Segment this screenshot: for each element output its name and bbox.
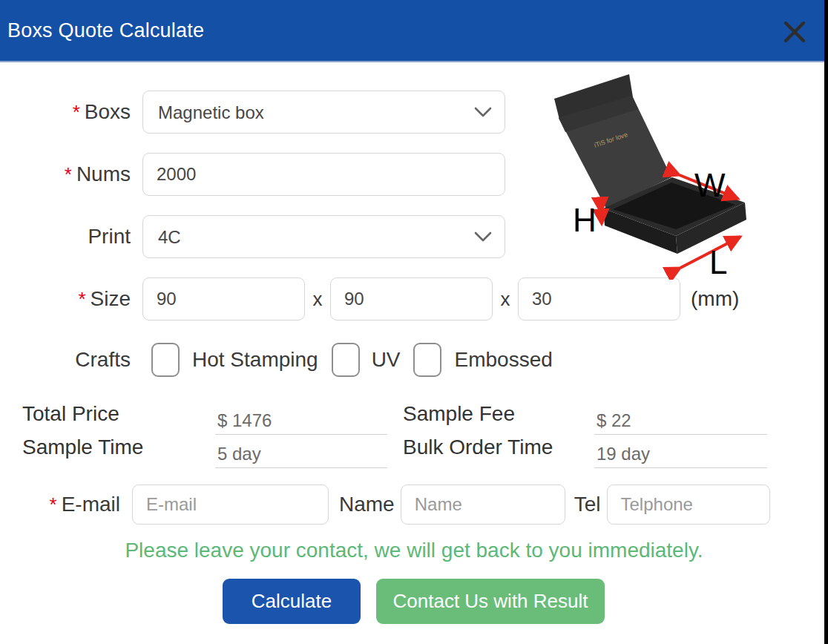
- length-letter: L: [709, 244, 727, 280]
- size-width-input[interactable]: [330, 277, 493, 321]
- hot-stamping-label: Hot Stamping: [192, 348, 318, 372]
- size-label: *Size: [12, 287, 131, 311]
- bulk-order-time-value: 19 day: [594, 440, 767, 468]
- size-label-text: Size: [91, 287, 131, 310]
- size-unit: (mm): [691, 287, 739, 311]
- dialog-title: Boxs Quote Calculate: [0, 19, 204, 42]
- email-label-text: E-mail: [62, 493, 120, 516]
- tel-label: Tel: [574, 493, 601, 516]
- print-label: Print: [12, 225, 131, 249]
- bulk-order-time-label: Bulk Order Time: [403, 436, 553, 459]
- embossed-checkbox[interactable]: [413, 343, 441, 377]
- size-height-input[interactable]: [518, 277, 680, 321]
- required-asterisk: *: [73, 101, 80, 123]
- dialog-header: Boxs Quote Calculate: [0, 0, 824, 62]
- name-input[interactable]: [401, 484, 565, 525]
- height-arrow: [601, 212, 602, 224]
- size-separator: x: [305, 288, 330, 311]
- nums-input[interactable]: [142, 153, 505, 196]
- size-length-input[interactable]: [142, 277, 305, 321]
- hot-stamping-checkbox[interactable]: [151, 343, 180, 377]
- total-price-value: $ 1476: [215, 407, 387, 435]
- row-print: Print 4C: [12, 215, 505, 258]
- product-image: iTiS for love W H L: [549, 72, 772, 280]
- uv-label: UV: [372, 348, 401, 372]
- contact-us-button[interactable]: Contact Us with Result: [376, 579, 605, 624]
- uv-checkbox[interactable]: [332, 343, 360, 377]
- height-letter: H: [573, 202, 597, 238]
- tel-input[interactable]: [607, 484, 770, 525]
- crafts-label: Crafts: [12, 348, 131, 372]
- nums-label-text: Nums: [76, 162, 131, 185]
- row-crafts: Crafts Hot Stamping UV Embossed: [12, 341, 553, 378]
- email-label: *E-mail: [0, 493, 120, 516]
- name-label: Name: [339, 493, 395, 516]
- row-contact: *E-mail Name Tel: [0, 484, 786, 525]
- close-button[interactable]: [781, 18, 809, 46]
- embossed-label: Embossed: [455, 348, 553, 372]
- boxs-label: *Boxs: [12, 100, 131, 124]
- width-letter: W: [694, 167, 726, 203]
- print-select[interactable]: 4C: [142, 215, 505, 258]
- size-separator: x: [493, 288, 518, 311]
- close-icon: [783, 21, 806, 43]
- email-input[interactable]: [132, 484, 329, 525]
- required-asterisk: *: [78, 288, 85, 310]
- sample-fee-value: $ 22: [594, 407, 767, 435]
- row-size: *Size x x (mm): [12, 277, 739, 321]
- calculate-button[interactable]: Calculate: [223, 579, 361, 624]
- quote-calculator-dialog: Boxs Quote Calculate *Boxs Magnetic box …: [0, 0, 828, 644]
- sample-time-value: 5 day: [215, 440, 387, 468]
- boxs-label-text: Boxs: [85, 100, 131, 123]
- row-nums: *Nums: [12, 153, 505, 196]
- sample-fee-label: Sample Fee: [403, 402, 515, 426]
- contact-note: Please leave your contact, we will get b…: [15, 539, 813, 562]
- required-asterisk: *: [65, 163, 72, 185]
- required-asterisk: *: [50, 493, 57, 516]
- row-boxs: *Boxs Magnetic box: [12, 91, 505, 134]
- boxs-select[interactable]: Magnetic box: [142, 91, 505, 134]
- total-price-label: Total Price: [22, 402, 119, 426]
- page-edge: [824, 0, 828, 644]
- nums-label: *Nums: [12, 162, 131, 186]
- sample-time-label: Sample Time: [22, 436, 143, 459]
